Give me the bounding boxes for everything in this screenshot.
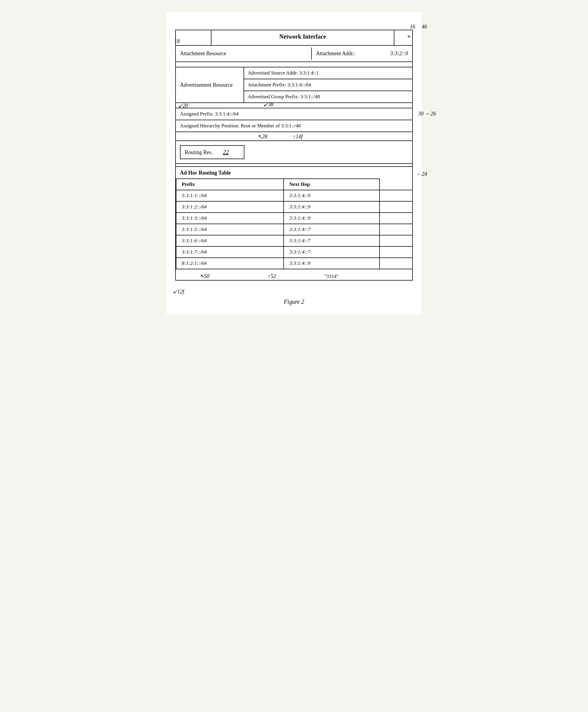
label-20: ↙20	[178, 103, 188, 109]
spacer-row-2	[176, 103, 412, 108]
prefix-cell: 8:1:2:1::/64	[176, 258, 284, 269]
assigned-prefix-row: Assigned Prefix: 3:3:1:4::/64 30 ←26	[176, 108, 412, 120]
spacer-row-4	[176, 164, 412, 167]
attachment-row: Attachment Resource Attachment Addr.: 3:…	[176, 46, 412, 62]
routing-table: Prefix Next Hop 3:3:1:1::/643:3:1:4::93:…	[176, 178, 412, 269]
empty-cell	[380, 258, 412, 269]
network-interface-row: 18 Network Interface + 16 46	[176, 30, 412, 46]
attachment-addr-area: Attachment Addr.: 3:3:2::9	[311, 47, 412, 60]
network-interface-title: Network Interface	[211, 30, 394, 45]
table-row: 8:1:2:1::/643:3:1:4::9	[176, 258, 412, 269]
routing-table-header-row: Prefix Next Hop	[176, 179, 412, 190]
empty-cell	[380, 235, 412, 246]
label-38: ↙38	[264, 101, 273, 108]
label-18: 18	[174, 38, 180, 45]
prefix-cell: 3:3:1:3::/64	[176, 213, 284, 224]
main-diagram-box: 18 Network Interface + 16 46 Attachment …	[175, 30, 413, 281]
prefix-cell: 3:3:1:1::/64	[176, 190, 284, 201]
ni-left-spacer: 18	[176, 30, 211, 45]
label-26: ←26	[425, 111, 436, 117]
routing-res-box: Routing Res. 22	[180, 145, 245, 159]
page: 18 Network Interface + 16 46 Attachment …	[166, 12, 422, 314]
routing-table-title: Ad Hoc Routing Table	[176, 167, 412, 177]
label-3314: "3314"	[324, 274, 339, 279]
empty-cell	[380, 224, 412, 235]
next-hop-cell: 3:3:1:4::7	[284, 246, 380, 258]
label-14f: ↑14f	[293, 134, 302, 140]
empty-cell	[380, 213, 412, 224]
attachment-resource-label: Attachment Resource	[176, 47, 311, 60]
label-30: 30	[418, 111, 423, 117]
label-12f: ↙12f	[173, 288, 184, 295]
table-row: 3:3:1:1::/643:3:1:4::9	[176, 190, 412, 201]
spacer-row	[176, 62, 412, 67]
table-row: 3:3:1:2::/643:3:1:4::9	[176, 201, 412, 213]
table-row: 3:3:1:5::/643:3:1:4::7	[176, 224, 412, 235]
figure-caption: Figure 2	[175, 298, 413, 305]
label-16: 16	[410, 24, 415, 30]
assigned-section: ↙38 Assigned Prefix: 3:3:1:4::/64 30 ←26…	[176, 108, 412, 132]
advertised-source-addr: Advertised Source Addr: 3:3:1:4::1	[244, 67, 412, 79]
prefix-cell: 3:3:1:6::/64	[176, 235, 284, 246]
assigned-hierarchy-text: Assigned Hierarchy Position: Root or Mem…	[180, 123, 301, 129]
label-46: 46	[422, 24, 427, 30]
attachment-prefix: Attachment Prefix: 3:3:1:4::/64	[244, 79, 412, 91]
assigned-prefix-text: Assigned Prefix: 3:3:1:4::/64	[180, 111, 238, 117]
advertisement-resource-details: Advertised Source Addr: 3:3:1:4::1 Attac…	[244, 67, 412, 103]
routing-res-value: 22	[223, 149, 229, 156]
label-52: ↑52	[268, 273, 276, 279]
plus-sign: +	[407, 33, 411, 40]
prefix-cell: 3:3:1:7::/64	[176, 246, 284, 258]
empty-cell	[380, 201, 412, 213]
advertisement-section: Advertisement Resource Advertised Source…	[176, 67, 412, 103]
next-hop-cell: 3:3:1:4::7	[284, 224, 380, 235]
empty-cell	[380, 246, 412, 258]
table-footer: ↖50 ↑52 "3314"	[176, 269, 412, 280]
empty-cell	[380, 190, 412, 201]
next-hop-cell: 3:3:1:4::9	[284, 213, 380, 224]
next-hop-cell: 3:3:1:4::9	[284, 190, 380, 201]
label-28: ↖28	[257, 133, 267, 140]
assigned-hierarchy-row: Assigned Hierarchy Position: Root or Mem…	[176, 120, 412, 132]
routing-table-section: ←24 Ad Hoc Routing Table Prefix Next Hop…	[176, 167, 412, 280]
label-50: ↖50	[200, 273, 209, 279]
advertised-group-prefix: Advertised Group Prefix: 3:3:1::/48	[244, 91, 412, 103]
next-hop-cell: 3:3:1:4::7	[284, 235, 380, 246]
attachment-addr-value: 3:3:2::9	[390, 50, 408, 57]
next-hop-cell: 3:3:1:4::9	[284, 201, 380, 213]
label-24: ←24	[416, 171, 427, 177]
ni-right-area: + 16 46	[394, 30, 412, 45]
next-hop-cell: 3:3:1:4::9	[284, 258, 380, 269]
col-next-hop-header: Next Hop	[284, 179, 380, 190]
table-row: 3:3:1:3::/643:3:1:4::9	[176, 213, 412, 224]
table-row: 3:3:1:7::/643:3:1:4::7	[176, 246, 412, 258]
routing-res-section: Routing Res. 22	[176, 141, 412, 164]
prefix-cell: 3:3:1:5::/64	[176, 224, 284, 235]
table-row: 3:3:1:6::/643:3:1:4::7	[176, 235, 412, 246]
attachment-addr-label: Attachment Addr.:	[316, 50, 355, 57]
col-empty-header	[380, 179, 412, 190]
advertisement-resource-label: Advertisement Resource	[176, 67, 244, 103]
routing-res-label: Routing Res.	[185, 149, 213, 155]
col-prefix-header: Prefix	[176, 179, 284, 190]
prefix-cell: 3:3:1:2::/64	[176, 201, 284, 213]
